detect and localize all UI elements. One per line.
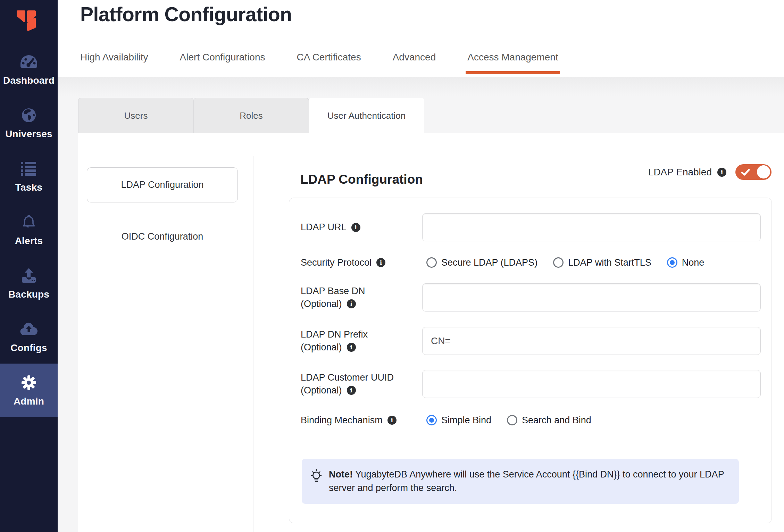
sidebar-item-configs[interactable]: Configs [0,310,58,364]
radio-simple-bind[interactable]: Simple Bind [426,415,491,426]
dashboard-gauge-icon [19,53,39,71]
top-header: Platform Configuration High Availability… [58,0,784,77]
info-icon[interactable]: i [347,343,356,352]
info-icon[interactable]: i [376,258,385,267]
security-protocol-row: Security Protocol i Secure LDAP (LDAPS) … [301,256,761,269]
sidebar-item-alerts[interactable]: Alerts [0,203,58,257]
sidebar-item-label: Tasks [15,182,42,193]
binding-mechanism-row: Binding Mechanism i Simple Bind Search a… [301,413,761,427]
sidebar-item-label: Admin [14,396,44,407]
ldap-base-dn-label: LDAP Base DN (Optional) i [301,283,422,311]
admin-gear-icon [20,374,37,392]
ldap-dn-prefix-label: LDAP DN Prefix (Optional) i [301,327,422,355]
tab-ca-certificates[interactable]: CA Certificates [296,52,362,63]
info-icon[interactable]: i [717,168,726,177]
radio-secure-ldap[interactable]: Secure LDAP (LDAPS) [426,257,537,268]
sidebar-item-label: Universes [5,128,52,140]
security-protocol-radio-group: Secure LDAP (LDAPS) LDAP with StartTLS N… [422,256,761,269]
vertical-divider [253,156,253,532]
sidebar-item-tasks[interactable]: Tasks [0,150,58,203]
toggle-knob [757,165,770,178]
lightbulb-icon [309,468,324,486]
ldap-url-row: LDAP URL i [301,213,761,241]
ldap-enabled-cluster: LDAP Enabled i [648,164,772,180]
ldap-customer-uuid-label: LDAP Customer UUID (Optional) i [301,370,422,398]
tab-high-availability[interactable]: High Availability [79,52,149,63]
info-icon[interactable]: i [351,223,360,232]
radio-circle-icon [426,415,437,425]
sidebar: Dashboard Universes [0,0,58,532]
sidebar-item-universes[interactable]: Universes [0,96,58,150]
info-icon[interactable]: i [347,386,356,395]
universes-globe-icon [20,106,37,124]
content-area: Users Roles User Authentication LDAP Con… [58,77,784,532]
ldap-base-dn-input[interactable] [422,283,761,311]
ldap-form-card: LDAP URL i Security Protocol i [289,198,772,523]
sidebar-item-admin[interactable]: Admin [0,364,58,417]
page-title: Platform Configuration [80,3,292,26]
tasks-list-icon [21,160,37,178]
ldap-customer-uuid-input[interactable] [422,370,761,398]
subnav-item-oidc-configuration[interactable]: OIDC Configuration [87,230,238,243]
ldap-dn-prefix-input[interactable] [422,327,761,355]
radio-search-and-bind[interactable]: Search and Bind [507,415,591,426]
subtab-users[interactable]: Users [78,98,194,133]
info-icon[interactable]: i [347,299,356,308]
subtab-roles[interactable]: Roles [193,98,309,133]
sidebar-item-label: Dashboard [3,75,55,86]
sidebar-item-label: Configs [10,342,47,354]
ldap-url-input[interactable] [422,213,761,241]
tab-alert-configurations[interactable]: Alert Configurations [179,52,266,63]
subnav-item-ldap-configuration[interactable]: LDAP Configuration [87,167,238,202]
sidebar-item-label: Alerts [15,235,43,247]
ldap-dn-prefix-row: LDAP DN Prefix (Optional) i [301,327,761,355]
ldap-enabled-label: LDAP Enabled [648,167,712,178]
backups-upload-icon [20,267,38,285]
info-icon[interactable]: i [387,416,397,425]
tab-access-management[interactable]: Access Management [466,52,559,63]
subtab-user-authentication[interactable]: User Authentication [309,98,424,133]
user-authentication-panel: LDAP Configuration OIDC Configuration LD… [78,133,784,532]
radio-circle-icon [667,257,677,268]
ldap-customer-uuid-row: LDAP Customer UUID (Optional) i [301,370,761,398]
access-management-subtabs: Users Roles User Authentication [78,98,424,133]
tab-advanced[interactable]: Advanced [392,52,437,63]
radio-none[interactable]: None [667,257,704,268]
yugabyte-logo-icon[interactable] [16,10,37,32]
radio-circle-icon [507,415,517,425]
radio-circle-icon [553,257,564,268]
sidebar-item-backups[interactable]: Backups [0,257,58,310]
ldap-base-dn-row: LDAP Base DN (Optional) i [301,283,761,311]
ldap-configuration-heading: LDAP Configuration [300,172,423,187]
binding-mechanism-label: Binding Mechanism i [301,413,422,427]
sidebar-item-dashboard[interactable]: Dashboard [0,43,58,96]
yugabyte-platform-app: Dashboard Universes [0,0,784,532]
security-protocol-label: Security Protocol i [301,256,422,269]
check-icon [741,169,750,177]
sidebar-nav: Dashboard Universes [0,43,58,417]
radio-circle-icon [426,257,437,268]
binding-mechanism-radio-group: Simple Bind Search and Bind [422,413,761,427]
config-tabs: High Availability Alert Configurations C… [79,49,559,66]
note-prefix: Note! [329,469,353,480]
configs-cloud-icon [19,320,38,338]
service-account-note: Note! YugabyteDB Anywhere will use the S… [302,459,739,504]
radio-ldap-starttls[interactable]: LDAP with StartTLS [553,257,651,268]
ldap-url-label: LDAP URL i [301,213,422,241]
note-text: Note! YugabyteDB Anywhere will use the S… [329,468,728,495]
alerts-bell-icon [21,213,37,231]
ldap-enabled-toggle[interactable] [735,164,772,180]
sidebar-item-label: Backups [8,289,49,300]
